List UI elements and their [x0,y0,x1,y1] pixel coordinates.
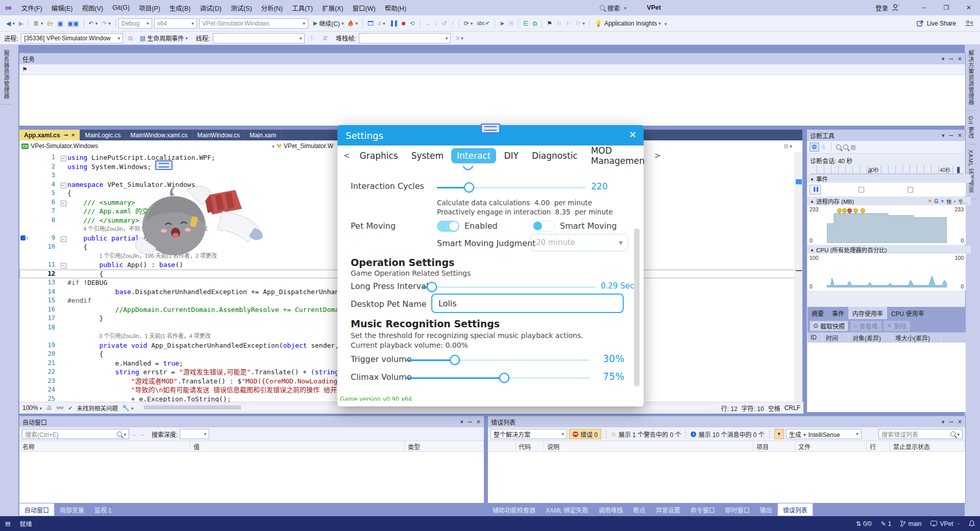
cpu-chart[interactable]: 100 100 0 0 [807,254,966,291]
toolbar-overflow-icon[interactable] [663,20,667,27]
dialog-scrollbar[interactable] [634,228,640,387]
printer-icon[interactable]: 🖶 [46,404,52,412]
step-into-button[interactable]: → [423,19,433,28]
stop-debugging-button[interactable]: ■ [400,18,408,28]
prev-bookmark-button[interactable]: ⚐ [554,19,564,28]
pin-icon[interactable]: ⊸ [468,419,472,425]
redo-button[interactable]: ↷ [100,19,113,28]
spell-check-button[interactable]: abc✔ [475,19,492,28]
next-bookmark-button[interactable]: ⚐ [564,19,574,28]
breadcrumb-project[interactable]: VPet-Simulator.Windows [31,142,271,150]
close-icon[interactable]: ✕ [958,419,962,425]
column-header[interactable]: 时间 [823,332,849,343]
lifecycle-events-button[interactable]: ▤生命周期事件 [138,33,190,43]
memory-snapshot-pin-red[interactable] [847,208,852,213]
fold-collapse-icon[interactable]: − [61,156,66,161]
column-header[interactable]: 行 [867,441,890,451]
diagnostics-tab[interactable]: CPU 使用率 [887,307,928,319]
panel-tab[interactable]: 输出 [755,503,777,516]
continue-button[interactable]: ▶继续(C) [311,18,346,29]
column-header[interactable]: 禁止显示状态 [890,441,965,451]
frames-icon[interactable]: ⇵ [321,34,330,43]
panel-tab[interactable]: 断点 [628,503,651,516]
navigate-back-button[interactable]: ◀ [4,19,17,28]
window-menu-icon[interactable]: ▾ [942,419,945,425]
column-header[interactable]: ID [807,332,823,343]
breadcrumb-namespace[interactable]: VPet_Simulator.W [284,142,333,150]
window-menu-icon[interactable]: ▾ [942,56,945,62]
document-tab[interactable]: MainLogic.cs [80,130,126,140]
dialog-drag-handle[interactable] [481,124,500,133]
pause-events-button[interactable]: ▐▐ [810,185,821,195]
column-header[interactable]: 代码 [516,441,544,451]
column-header[interactable]: 文件 [795,441,867,451]
fix-dropdown[interactable]: 🔧 [122,404,134,412]
window-layout-button[interactable]: ≡ [376,19,387,28]
interaction-cycles-slider[interactable] [437,187,586,188]
diagnostics-tab[interactable]: 事件 [828,307,848,319]
panel-tab[interactable]: 调用堆栈 [594,503,628,516]
smart-moving-toggle[interactable] [532,221,555,232]
undo-button[interactable]: ↶ [87,19,100,28]
application-insights-button[interactable]: 💡Application Insights [593,19,663,28]
column-header[interactable]: 类型 [405,441,484,451]
panel-tab[interactable]: 辅助功能检查器 [487,503,541,516]
live-share-people-icon[interactable] [965,20,974,27]
sidebar-item[interactable]: Git 更改 [965,111,977,144]
live-share-button[interactable]: Live Share [915,19,958,28]
solution-platform-dropdown[interactable]: x64 [154,18,197,29]
column-header[interactable]: 对象(差异) [849,332,892,343]
menu-item[interactable]: 测试(S) [226,1,257,15]
menu-item[interactable]: 项目(P) [134,1,165,15]
menu-item[interactable]: 文件(F) [17,1,47,15]
document-tab[interactable]: MainWindow.xaml.cs [126,130,193,140]
eol-mode[interactable]: CRLF [785,404,800,412]
step-out-button[interactable]: ↺ [440,19,449,28]
fold-collapse-icon[interactable]: − [61,263,66,269]
menu-item[interactable]: 编辑(E) [47,1,78,15]
zoom-dropdown[interactable]: 100% [22,404,42,412]
diagnostics-button[interactable]: ⊙截取快照 [810,321,848,331]
tabs-scroll-right-icon[interactable]: > [652,151,663,160]
sign-in-button[interactable]: 登录 [875,3,888,13]
events-section-header[interactable]: ▲事件 [807,175,971,183]
errors-filter-button[interactable]: 错误 0 [569,429,601,439]
editor-scrollbar[interactable] [795,152,802,403]
pin-icon[interactable]: ⊸ [949,132,953,139]
window-menu-icon[interactable]: ▾ [942,132,945,139]
search-prev-icon[interactable]: ← [131,430,137,438]
flag-threads-icon[interactable]: ⚐ [308,34,317,43]
close-icon[interactable]: ✕ [958,132,962,139]
hot-reload-button[interactable] [346,19,360,28]
document-tab[interactable]: App.xaml.cs⊸✕ [19,130,80,140]
menu-item[interactable]: 扩展(X) [317,1,348,15]
repository-picker[interactable]: VPet [930,520,960,527]
search-next-icon[interactable]: → [139,430,145,438]
debugbar-overflow-icon[interactable]: ≡ [454,34,465,43]
export-icon[interactable]: ⇩ [821,143,826,151]
vpet-drag-handle[interactable] [155,160,173,170]
panel-tab[interactable]: 错误列表 [777,503,813,516]
trigger-volume-slider[interactable] [406,359,590,361]
memory-snapshot-pin[interactable] [861,208,865,213]
menu-item[interactable]: 分析(N) [257,1,287,15]
git-sync-button[interactable]: ⇅0/0 [856,520,872,527]
event-marker[interactable] [908,187,913,192]
dialog-tab-mod-managemen[interactable]: MOD Managemen [585,143,650,168]
menu-item[interactable]: 工具(T) [287,1,317,15]
menu-item[interactable]: 调试(D) [195,1,226,15]
close-icon[interactable]: ✕ [71,132,75,138]
menu-item[interactable]: 帮助(H) [380,1,411,15]
column-header[interactable]: 名称 [19,441,190,451]
document-tab[interactable]: Main.xam [245,130,281,140]
panel-tab[interactable]: 命令窗口 [685,503,720,516]
clipped-slider-knob[interactable] [463,166,473,170]
tabs-scroll-left-icon[interactable]: < [341,151,352,160]
new-file-button[interactable]: 🗎 [31,19,45,28]
pin-icon[interactable]: ⊸ [64,132,68,138]
preview-icon[interactable]: 👓 [56,404,64,412]
error-search-input[interactable]: 搜索错误列表 [878,429,963,439]
dialog-tab-graphics[interactable]: Graphics [354,148,404,163]
warnings-filter-button[interactable]: ⚠展示 1 个警告中的 0 个 [611,430,681,439]
solution-configuration-dropdown[interactable]: Debug [118,18,152,29]
